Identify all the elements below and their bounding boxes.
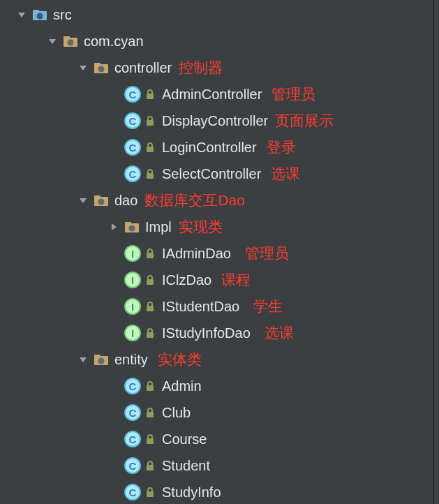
source-folder-icon [32, 8, 47, 21]
class-icon: C [124, 139, 141, 156]
class-label: StudyInfo [162, 484, 221, 501]
tree-row[interactable]: I IAdminDao 管理员 [0, 240, 433, 267]
tree-row[interactable]: I IStudyInfoDao 选课 [0, 320, 433, 346]
class-label: Course [162, 431, 207, 447]
tree-row[interactable]: dao 数据库交互Dao [0, 187, 433, 214]
lock-icon [145, 433, 155, 445]
class-icon: C [124, 86, 141, 103]
lock-icon [145, 487, 155, 498]
lock-icon [145, 274, 155, 286]
annotation: 学生 [253, 297, 283, 316]
lock-icon [145, 327, 155, 339]
lock-icon [145, 248, 155, 259]
chevron-right-icon[interactable] [107, 221, 120, 233]
lock-icon [145, 301, 155, 312]
annotation: 控制器 [179, 58, 223, 77]
annotation: 数据库交互Dao [144, 191, 245, 210]
package-label: entity [114, 352, 148, 368]
project-tree[interactable]: src com.cyan controller 控制器 C AdminContr… [0, 0, 434, 504]
lock-icon [145, 380, 155, 392]
tree-row[interactable]: I IClzDao 课程 [0, 267, 433, 293]
chevron-down-icon[interactable] [15, 8, 28, 21]
tree-row[interactable]: C Club [0, 399, 433, 426]
annotation: 页面展示 [275, 111, 334, 131]
tree-row[interactable]: C LoginController 登录 [0, 134, 433, 161]
class-label: Club [162, 405, 191, 421]
chevron-down-icon[interactable] [77, 194, 89, 207]
tree-row[interactable]: C SelectController 选课 [0, 161, 433, 187]
tree-row[interactable]: C StudyInfo [0, 479, 433, 504]
lock-icon [145, 407, 155, 418]
lock-icon [145, 115, 155, 126]
chevron-down-icon[interactable] [77, 353, 89, 366]
class-icon: C [124, 404, 141, 421]
class-label: AdminController [162, 87, 262, 103]
class-icon: C [124, 484, 141, 501]
tree-row[interactable]: Impl 实现类 [0, 214, 433, 240]
lock-icon [145, 89, 155, 100]
tree-row[interactable]: C Student [0, 452, 433, 479]
package-folder-icon [94, 61, 109, 74]
lock-icon [145, 460, 155, 471]
interface-label: IStudyInfoDao [162, 325, 251, 341]
class-icon: C [124, 431, 141, 447]
class-label: DisplayController [162, 113, 268, 129]
folder-label: src [53, 7, 72, 23]
package-folder-icon [63, 35, 78, 47]
package-folder-icon [94, 194, 109, 207]
annotation: 课程 [221, 270, 251, 290]
interface-icon: I [124, 245, 141, 262]
interface-icon: I [124, 325, 141, 341]
class-label: Admin [162, 378, 202, 394]
tree-row[interactable]: C Admin [0, 373, 433, 399]
package-folder-icon [124, 221, 140, 233]
annotation: 实现类 [179, 217, 223, 237]
annotation: 选课 [271, 164, 300, 184]
annotation: 实体类 [158, 350, 202, 369]
tree-row[interactable]: controller 控制器 [0, 54, 433, 81]
interface-icon: I [124, 272, 141, 288]
package-folder-icon [94, 353, 109, 366]
tree-row[interactable]: I IStudentDao 学生 [0, 293, 433, 320]
class-icon: C [124, 112, 141, 129]
interface-label: IClzDao [162, 272, 211, 288]
interface-label: IStudentDao [162, 299, 239, 315]
class-label: Student [162, 458, 210, 474]
class-label: LoginController [162, 140, 257, 156]
class-icon: C [124, 457, 141, 474]
tree-row[interactable]: C Course [0, 426, 433, 452]
package-label: com.cyan [84, 34, 144, 50]
tree-row[interactable]: entity 实体类 [0, 346, 433, 373]
package-label: Impl [145, 219, 172, 235]
annotation: 管理员 [245, 244, 289, 263]
package-label: controller [114, 60, 172, 76]
interface-label: IAdminDao [162, 246, 231, 262]
lock-icon [145, 168, 155, 179]
tree-row[interactable]: com.cyan [0, 28, 433, 54]
chevron-down-icon[interactable] [77, 61, 89, 74]
class-icon: C [124, 378, 141, 394]
annotation: 选课 [265, 323, 294, 343]
class-label: SelectController [162, 166, 261, 182]
lock-icon [145, 142, 155, 153]
tree-row[interactable]: C DisplayController 页面展示 [0, 108, 433, 134]
annotation: 登录 [267, 138, 296, 157]
package-label: dao [114, 193, 137, 209]
annotation: 管理员 [271, 84, 315, 104]
tree-row[interactable]: src [0, 1, 433, 28]
tree-row[interactable]: C AdminController 管理员 [0, 81, 433, 108]
class-icon: C [124, 165, 141, 182]
chevron-down-icon[interactable] [46, 35, 59, 47]
interface-icon: I [124, 298, 141, 315]
